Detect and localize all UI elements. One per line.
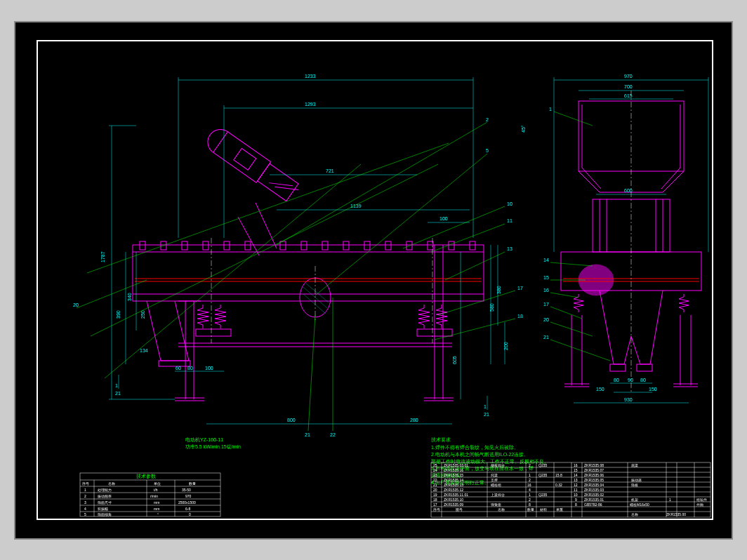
- svg-text:图号: 图号: [456, 507, 463, 512]
- svg-text:10: 10: [574, 493, 578, 497]
- svg-text:mm: mm: [154, 500, 159, 505]
- motor-note-1: 电动机YZ-160-11: [185, 437, 223, 442]
- svg-text:筛面尺寸: 筛面尺寸: [98, 500, 112, 505]
- tech-r2: 2.电动机与本机之间畅气断选用ILO-22连接。: [431, 452, 529, 457]
- svg-text:1: 1: [529, 493, 531, 497]
- dim-380: 380: [496, 286, 501, 294]
- svg-text:单重: 单重: [556, 507, 563, 512]
- svg-line-91: [554, 112, 593, 126]
- svg-text:23: 23: [433, 473, 437, 477]
- svg-text:双振幅: 双振幅: [98, 507, 108, 511]
- dim-580: 580: [489, 303, 494, 312]
- section-marks: 1 21 1 21: [115, 375, 489, 417]
- svg-text:上梁焊合: 上梁焊合: [491, 493, 505, 497]
- dim-200: 200: [503, 342, 508, 350]
- svg-line-28: [306, 284, 329, 302]
- svg-rect-5: [224, 241, 230, 250]
- dims-left: [109, 77, 505, 424]
- svg-text:振动频率: 振动频率: [98, 494, 112, 498]
- dim-r150a: 150: [596, 387, 604, 392]
- svg-text:21: 21: [433, 483, 437, 487]
- dim-340: 340: [127, 293, 132, 301]
- dim-390: 390: [116, 310, 121, 319]
- svg-text:4: 4: [84, 507, 86, 511]
- svg-text:GB5782-86: GB5782-86: [584, 502, 602, 507]
- dim-280: 280: [410, 418, 418, 422]
- svg-text:处理能力: 处理能力: [98, 488, 112, 492]
- rn-1: 1: [549, 107, 552, 112]
- ln-5: 5: [486, 148, 489, 153]
- drawing-border: 1233 1293 721 1139 100 1787 390 340 250 …: [37, 40, 713, 520]
- svg-text:24: 24: [433, 468, 437, 472]
- dim-1787: 1787: [100, 251, 105, 262]
- svg-text:2: 2: [84, 494, 86, 498]
- svg-text:1: 1: [669, 498, 671, 502]
- svg-text:ZKR1535.00: ZKR1535.00: [666, 512, 686, 516]
- svg-text:ZKR1535.08: ZKR1535.08: [584, 463, 604, 467]
- svg-text:ZKR1535.14: ZKR1535.14: [444, 478, 463, 482]
- svg-text:ZKR1535.03: ZKR1535.03: [584, 488, 604, 492]
- svg-rect-15: [449, 241, 454, 250]
- svg-text:0.32: 0.32: [555, 483, 562, 487]
- rn-20: 20: [543, 317, 549, 322]
- svg-text:振动器: 振动器: [631, 478, 642, 482]
- dim-r930: 930: [624, 397, 633, 402]
- svg-text:t/h: t/h: [154, 488, 158, 492]
- svg-text:3: 3: [84, 500, 86, 505]
- svg-rect-21: [234, 148, 256, 170]
- ln-13: 13: [507, 246, 513, 251]
- svg-text:20: 20: [433, 488, 437, 492]
- dim-60: 60: [176, 366, 181, 371]
- svg-text:21: 21: [484, 412, 489, 417]
- svg-line-97: [550, 340, 610, 361]
- cad-canvas[interactable]: 1233 1293 721 1139 100 1787 390 340 250 …: [14, 21, 733, 540]
- leaders-left: [77, 122, 515, 431]
- svg-text:材料: 材料: [539, 507, 547, 512]
- svg-line-54: [87, 143, 449, 273]
- dim-1233: 1233: [305, 74, 316, 79]
- dim-r80b: 80: [640, 378, 646, 382]
- svg-text:ZKR1535.03.01: ZKR1535.03.01: [444, 463, 468, 467]
- svg-line-61: [445, 252, 505, 280]
- bom-rows: 25ZKR1535.03.01侧板焊合2Q235 24ZKR1535.16 23…: [433, 463, 707, 516]
- svg-text:序号: 序号: [433, 507, 440, 512]
- rn-15: 15: [543, 275, 549, 280]
- svg-line-64: [308, 315, 315, 431]
- dim-45deg: 45°: [521, 125, 526, 133]
- svg-text:ZKR1535.16: ZKR1535.16: [444, 468, 463, 472]
- svg-text:970: 970: [185, 494, 192, 498]
- svg-rect-8: [301, 241, 307, 250]
- ln-21: 21: [305, 432, 310, 437]
- svg-text:名称: 名称: [631, 512, 638, 516]
- dim-100b: 100: [205, 366, 213, 371]
- motor-note-2: 功率5.5 kW/min 15锭/min: [185, 444, 241, 449]
- svg-text:托梁: 托梁: [490, 473, 498, 477]
- dim-100: 100: [439, 216, 448, 221]
- svg-text:螺栓组: 螺栓组: [491, 483, 501, 487]
- svg-text:ZKR1535.01: ZKR1535.01: [584, 498, 604, 502]
- svg-text:2: 2: [529, 478, 531, 482]
- svg-text:5: 5: [84, 512, 86, 516]
- svg-text:2: 2: [529, 498, 531, 502]
- svg-rect-0: [133, 245, 484, 301]
- svg-text:ZKR1535.09: ZKR1535.09: [444, 502, 463, 507]
- svg-rect-6: [245, 241, 251, 250]
- svg-text:机架: 机架: [631, 498, 638, 502]
- svg-rect-7: [280, 241, 286, 250]
- rn-14: 14: [543, 258, 549, 262]
- svg-text:13: 13: [574, 478, 578, 482]
- leaders-right: [550, 112, 610, 361]
- svg-text:ZKR1535.05: ZKR1535.05: [584, 478, 604, 482]
- svg-line-95: [550, 307, 582, 319]
- svg-text:ZKR1535.13: ZKR1535.13: [444, 483, 463, 487]
- svg-text:r/min: r/min: [150, 494, 158, 498]
- svg-text:8: 8: [575, 502, 577, 507]
- svg-text:ZKR1535.12: ZKR1535.12: [444, 488, 463, 492]
- svg-text:ZKR1535.02: ZKR1535.02: [584, 493, 604, 497]
- svg-rect-9: [322, 241, 328, 250]
- svg-text:15.8: 15.8: [555, 473, 562, 477]
- svg-text:名称: 名称: [108, 481, 115, 486]
- svg-text:弹簧座: 弹簧座: [491, 502, 501, 507]
- dim-1293: 1293: [305, 102, 316, 107]
- ln-10: 10: [507, 201, 513, 206]
